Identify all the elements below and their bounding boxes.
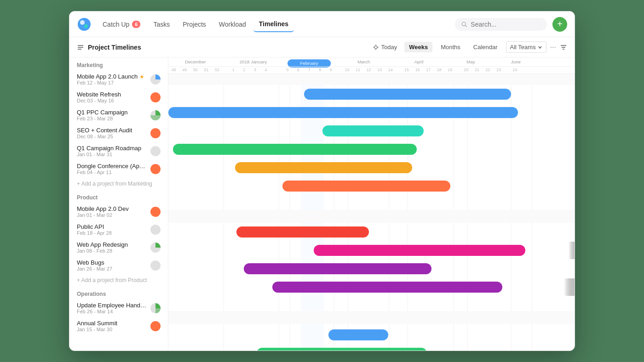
svg-rect-84 <box>235 162 412 173</box>
view-weeks[interactable]: Weeks <box>404 42 432 52</box>
sub-nav-right: Today Weeks Months Calendar All Teams ··… <box>369 41 567 53</box>
project-name: Mobile App 2.0 Launch ★ <box>77 73 147 80</box>
search-icon <box>461 21 467 28</box>
section-product: Product <box>69 190 168 203</box>
project-row[interactable]: Website Refresh Dec 03 - May 16 <box>69 88 168 106</box>
svg-rect-93 <box>257 348 427 351</box>
svg-text:52: 52 <box>215 68 219 72</box>
svg-rect-80 <box>304 89 511 100</box>
project-row[interactable]: Q1 Campaign Roadmap Jan 01 - Mar 31 <box>69 142 168 160</box>
app-container: Catch Up 6 Tasks Projects Workload Timel… <box>69 11 575 351</box>
project-dates: Dec 03 - May 16 <box>77 98 147 103</box>
teams-label: All Teams <box>510 44 536 51</box>
search-box <box>455 18 547 31</box>
project-dates: Jan 01 - Mar 31 <box>77 152 147 157</box>
gantt-chart <box>168 74 575 351</box>
project-row[interactable]: Update Employee Handbook Feb 26 - Mar 14 <box>69 299 168 317</box>
nav-catchup[interactable]: Catch Up 6 <box>97 17 146 32</box>
project-info: Q1 Campaign Roadmap Jan 01 - Mar 31 <box>77 145 147 157</box>
view-calendar[interactable]: Calendar <box>469 42 502 52</box>
project-row[interactable]: Public API Feb 18 - Apr 28 <box>69 221 168 238</box>
timelines-icon <box>77 44 84 51</box>
svg-text:48: 48 <box>172 68 176 72</box>
svg-text:23: 23 <box>496 68 501 72</box>
svg-point-0 <box>78 18 91 31</box>
svg-text:50: 50 <box>193 68 198 72</box>
project-info: Mobile App 2.0 Dev Jan 01 - Mar 02 <box>77 205 147 218</box>
nav-workload[interactable]: Workload <box>213 17 252 32</box>
project-row[interactable]: Mobile App 2.0 Dev Jan 01 - Mar 02 <box>69 203 168 221</box>
project-name: Q1 PPC Campaign <box>77 109 147 116</box>
nav-projects[interactable]: Projects <box>177 17 212 32</box>
left-panel: Marketing Mobile App 2.0 Launch ★ Feb 12… <box>69 57 168 351</box>
catchup-badge: 6 <box>132 21 140 28</box>
project-dates: Feb 18 - Apr 28 <box>77 230 147 236</box>
svg-text:19: 19 <box>448 68 452 72</box>
svg-rect-95 <box>490 278 575 296</box>
sub-nav: Project Timelines Today Weeks Months Cal… <box>69 37 575 57</box>
app-logo <box>77 17 92 32</box>
project-name: Q1 Campaign Roadmap <box>77 145 147 152</box>
svg-text:9: 9 <box>330 68 332 72</box>
svg-text:13: 13 <box>377 68 382 72</box>
svg-rect-82 <box>322 125 424 136</box>
project-avatar <box>150 164 161 174</box>
svg-text:4: 4 <box>264 68 267 72</box>
add-marketing-project[interactable]: + Add a project from Marketing <box>69 178 168 190</box>
more-options-icon[interactable]: ··· <box>550 43 556 51</box>
svg-text:18: 18 <box>437 68 442 72</box>
project-avatar <box>150 303 161 313</box>
project-dates: Dec 08 - Mar 25 <box>77 134 147 139</box>
svg-text:12: 12 <box>367 68 371 72</box>
svg-point-17 <box>150 92 161 102</box>
project-row[interactable]: Web App Redesign Jan 08 - Feb 28 <box>69 238 168 256</box>
svg-text:May: May <box>466 59 475 64</box>
svg-text:20: 20 <box>464 68 469 72</box>
svg-text:7: 7 <box>308 68 310 72</box>
svg-text:22: 22 <box>486 68 490 72</box>
project-dates: Feb 23 - Mar 28 <box>77 116 147 121</box>
svg-rect-91 <box>168 311 575 324</box>
svg-rect-90 <box>272 282 502 293</box>
project-avatar <box>150 321 161 331</box>
svg-rect-88 <box>314 245 525 256</box>
project-info: Q1 PPC Campaign Feb 23 - Mar 28 <box>77 109 147 121</box>
svg-point-22 <box>150 207 161 217</box>
project-avatar <box>150 260 161 271</box>
project-row[interactable]: SEO + Content Audit Dec 08 - Mar 25 <box>69 124 168 142</box>
svg-point-23 <box>150 225 161 235</box>
today-button[interactable]: Today <box>369 42 401 52</box>
project-row[interactable]: Q1 PPC Campaign Feb 23 - Mar 28 <box>69 106 168 124</box>
section-operations: Operations <box>69 286 168 299</box>
project-row[interactable]: Dongle Conference (April 201... Feb 04 -… <box>69 160 168 178</box>
svg-text:1: 1 <box>232 68 235 72</box>
nav-tasks[interactable]: Tasks <box>148 17 175 32</box>
filter-icon[interactable] <box>560 44 567 51</box>
project-row[interactable]: Mobile App 2.0 Launch ★ Feb 12 - May 17 <box>69 70 168 88</box>
svg-text:March: March <box>357 59 370 64</box>
project-row[interactable]: Annual Summit Jan 15 - Mar 30 <box>69 317 168 335</box>
project-name: Dongle Conference (April 201... <box>77 163 147 170</box>
view-months[interactable]: Months <box>436 42 465 52</box>
svg-text:10: 10 <box>345 68 350 72</box>
teams-filter[interactable]: All Teams <box>506 41 546 53</box>
project-avatar <box>150 243 161 253</box>
project-row[interactable]: Web Bugs Jan 26 - Mar 27 <box>69 256 168 274</box>
svg-text:11: 11 <box>356 68 360 72</box>
svg-text:21: 21 <box>475 68 479 72</box>
star-icon: ★ <box>139 74 144 80</box>
svg-text:April: April <box>414 59 424 64</box>
add-product-project[interactable]: + Add a project from Product <box>69 274 168 286</box>
project-info: Web App Redesign Jan 08 - Feb 28 <box>77 241 147 254</box>
svg-point-20 <box>150 146 161 156</box>
project-info: Annual Summit Jan 15 - Mar 30 <box>77 320 147 332</box>
project-name: Annual Summit <box>77 320 147 327</box>
search-input[interactable] <box>471 21 540 28</box>
add-button[interactable]: + <box>552 17 567 32</box>
svg-text:December: December <box>185 59 206 64</box>
svg-point-1 <box>80 20 85 25</box>
project-dates: Jan 26 - Mar 27 <box>77 266 147 272</box>
svg-text:3: 3 <box>254 68 256 72</box>
nav-timelines[interactable]: Timelines <box>253 17 294 32</box>
svg-rect-94 <box>513 242 575 259</box>
